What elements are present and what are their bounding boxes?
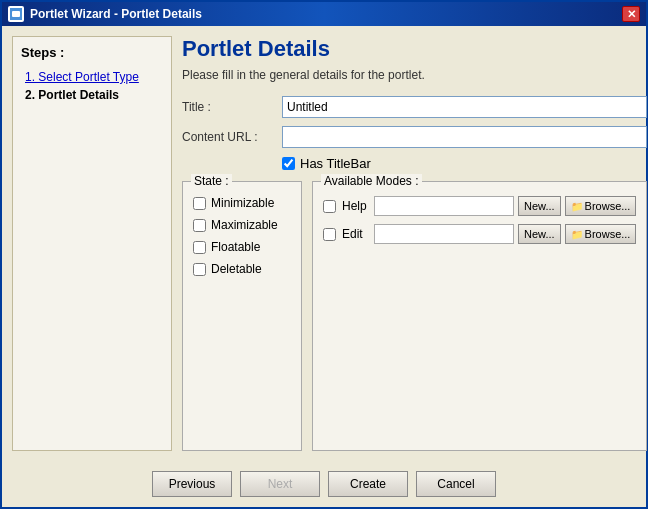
title-row: Title : <box>182 96 647 118</box>
edit-new-label: New... <box>524 228 555 240</box>
deletable-row: Deletable <box>193 262 291 276</box>
folder-icon-2: 📁 <box>571 229 583 240</box>
page-title: Portlet Details <box>182 36 647 62</box>
bottom-panels: State : Minimizable Maximizable Floatabl… <box>182 181 647 451</box>
help-mode-checkbox[interactable] <box>323 200 336 213</box>
sidebar-heading: Steps : <box>21 45 163 60</box>
floatable-label: Floatable <box>211 240 260 254</box>
floatable-checkbox[interactable] <box>193 241 206 254</box>
help-new-button[interactable]: New... <box>518 196 561 216</box>
next-button[interactable]: Next <box>240 471 320 497</box>
window-icon <box>8 6 24 22</box>
edit-new-button[interactable]: New... <box>518 224 561 244</box>
has-titlebar-checkbox[interactable] <box>282 157 295 170</box>
state-group: State : Minimizable Maximizable Floatabl… <box>182 181 302 451</box>
content-url-label: Content URL : <box>182 130 282 144</box>
previous-button[interactable]: Previous <box>152 471 232 497</box>
title-input[interactable] <box>282 96 647 118</box>
minimizable-checkbox[interactable] <box>193 197 206 210</box>
titlebar-left: Portlet Wizard - Portlet Details <box>8 6 202 22</box>
content-url-input[interactable] <box>282 126 647 148</box>
titlebar: Portlet Wizard - Portlet Details ✕ <box>2 2 646 26</box>
modes-group: Available Modes : Help New... 📁 Browse..… <box>312 181 647 451</box>
edit-browse-button[interactable]: 📁 Browse... <box>565 224 637 244</box>
has-titlebar-label: Has TitleBar <box>300 156 371 171</box>
help-mode-row: Help New... 📁 Browse... <box>323 196 636 216</box>
main-window: Portlet Wizard - Portlet Details ✕ Steps… <box>0 0 648 509</box>
help-browse-button[interactable]: 📁 Browse... <box>565 196 637 216</box>
cancel-button[interactable]: Cancel <box>416 471 496 497</box>
edit-mode-input[interactable] <box>374 224 514 244</box>
help-new-label: New... <box>524 200 555 212</box>
edit-mode-checkbox[interactable] <box>323 228 336 241</box>
svg-rect-1 <box>12 11 20 17</box>
minimizable-label: Minimizable <box>211 196 274 210</box>
main-panel: Portlet Details Please fill in the gener… <box>182 36 647 451</box>
floatable-row: Floatable <box>193 240 291 254</box>
create-button[interactable]: Create <box>328 471 408 497</box>
sidebar: Steps : 1. Select Portlet Type 2. Portle… <box>12 36 172 451</box>
content-url-row: Content URL : <box>182 126 647 148</box>
deletable-checkbox[interactable] <box>193 263 206 276</box>
edit-browse-label: Browse... <box>585 228 631 240</box>
window-title: Portlet Wizard - Portlet Details <box>30 7 202 21</box>
page-subtitle: Please fill in the general details for t… <box>182 68 647 82</box>
content-area: Steps : 1. Select Portlet Type 2. Portle… <box>2 26 646 461</box>
edit-mode-label: Edit <box>342 227 370 241</box>
titlebar-checkbox-row: Has TitleBar <box>182 156 647 171</box>
bottom-bar: Previous Next Create Cancel <box>2 461 646 507</box>
sidebar-item-portlet-details[interactable]: 2. Portlet Details <box>21 86 163 104</box>
state-group-title: State : <box>191 174 232 188</box>
maximizable-label: Maximizable <box>211 218 278 232</box>
sidebar-item-select-portlet-type[interactable]: 1. Select Portlet Type <box>21 68 163 86</box>
help-mode-input[interactable] <box>374 196 514 216</box>
close-button[interactable]: ✕ <box>622 6 640 22</box>
help-browse-label: Browse... <box>585 200 631 212</box>
minimizable-row: Minimizable <box>193 196 291 210</box>
deletable-label: Deletable <box>211 262 262 276</box>
edit-mode-row: Edit New... 📁 Browse... <box>323 224 636 244</box>
maximizable-row: Maximizable <box>193 218 291 232</box>
maximizable-checkbox[interactable] <box>193 219 206 232</box>
modes-group-title: Available Modes : <box>321 174 422 188</box>
folder-icon: 📁 <box>571 201 583 212</box>
title-label: Title : <box>182 100 282 114</box>
help-mode-label: Help <box>342 199 370 213</box>
